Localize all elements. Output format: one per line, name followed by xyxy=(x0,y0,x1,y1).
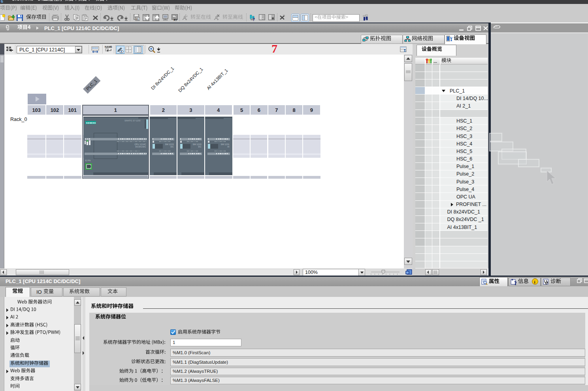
svg-text:?: ? xyxy=(253,17,255,21)
svg-text:RT: RT xyxy=(174,19,178,21)
svg-text:i: i xyxy=(534,280,535,284)
svg-text:01: 01 xyxy=(136,18,139,21)
svg-text:NAME: NAME xyxy=(105,45,113,48)
